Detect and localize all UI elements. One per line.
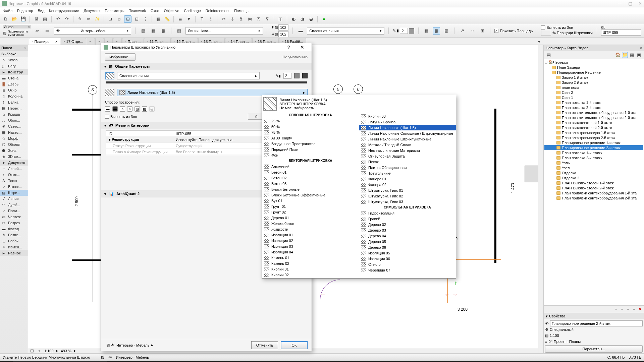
method-opt1[interactable]: ▬ (105, 106, 110, 112)
hatch-option[interactable]: Передний План (262, 146, 359, 152)
dlg-pen-swatch1[interactable] (294, 73, 300, 78)
hatch-option[interactable]: AT30_empty (262, 135, 359, 141)
infobox-close-icon[interactable]: × (28, 25, 30, 28)
hatch-option[interactable]: Бут 01 (262, 198, 359, 203)
pen-input[interactable] (400, 28, 408, 34)
dlg-pen-swatch2[interactable] (302, 73, 308, 78)
tree-item[interactable]: Планировочное Решение (544, 70, 643, 75)
hatch-option[interactable]: Дерево 01 (262, 215, 359, 221)
more-group[interactable]: ▸Разное (0, 250, 28, 256)
hatch-option[interactable]: Железобетон (262, 221, 359, 226)
linetype-btn[interactable]: ▬ (297, 27, 304, 35)
hatch-option[interactable]: Камень 02 (262, 260, 359, 266)
tree-btn2[interactable]: ▫ (619, 307, 625, 312)
nav-view-button[interactable]: 📁 (622, 52, 628, 58)
vertical-scrollbar[interactable] (538, 45, 543, 353)
tool-item[interactable]: ↕Отме... (0, 172, 28, 178)
tree-item[interactable]: Планировочное решение 2-й этаж (544, 145, 643, 150)
tool-item[interactable]: ⬢Зона (0, 147, 28, 154)
hatch-option[interactable]: Бетон 02 (262, 175, 359, 181)
fill-swatch-button[interactable]: ▨ (175, 27, 183, 35)
tree-item[interactable]: Отделка 2 (544, 175, 643, 180)
tree-delete-button[interactable]: ✕ (637, 307, 643, 312)
orient2-button[interactable]: ↔ (469, 27, 476, 35)
marquee-tool[interactable]: ⬚Бегу... (0, 63, 28, 69)
line-swatch[interactable] (105, 72, 114, 79)
hatch-option[interactable]: Огнеупорная Защита (359, 153, 456, 159)
menu-cadimage[interactable]: Cadimage (184, 9, 201, 13)
document-tab[interactable]: ▫Планиро...× (29, 38, 60, 45)
document-tab[interactable]: ▫17 Отде... (61, 38, 86, 45)
ok-button[interactable]: ОК (281, 341, 308, 349)
tree-item[interactable]: План осветительного оборудования 2-й эта (544, 115, 643, 120)
dim2-input[interactable] (278, 31, 288, 37)
general-params-header[interactable]: ▾▨Общие Параметры (101, 63, 312, 70)
tree-item[interactable]: План выключателей 2-й этаж (544, 125, 643, 130)
trim4-button[interactable]: ⋈ (246, 15, 254, 23)
tree-item[interactable]: Планировочное решение 1-й этаж (544, 140, 643, 145)
redo-button[interactable]: ↷ (63, 15, 70, 23)
hatch-option[interactable]: Бетон 03 (262, 181, 359, 186)
trim5-button[interactable]: ⊼ (255, 15, 262, 23)
hatch-option[interactable]: Жидкости (262, 226, 359, 232)
hatch-option[interactable]: Плитка Облицовочная (359, 165, 456, 170)
hatch-option[interactable]: Кирпич 03 (359, 113, 456, 119)
tree-item[interactable]: План электровыводов 2-й этаж (544, 135, 643, 140)
pick-button[interactable]: ✎ (76, 15, 84, 23)
hatch-option[interactable]: Кирпич 02 (262, 272, 359, 278)
hatch-option[interactable]: Грунт 01 (262, 203, 359, 209)
nav-pub-button[interactable]: ▣ (636, 52, 642, 58)
hatch-option[interactable]: Гравий (359, 216, 456, 222)
nav-mode1-button[interactable]: ▤ (546, 52, 552, 58)
nav-proj-button[interactable]: 🏠 (615, 52, 621, 58)
method-opt4[interactable]: ○ (127, 106, 132, 112)
hatch-option[interactable]: Дерево 02 (359, 222, 456, 227)
tool-item[interactable]: ⫿Балка (0, 99, 28, 105)
plot-button[interactable]: ▤ (41, 15, 49, 23)
hatch-option[interactable]: Дерево 03 (359, 227, 456, 233)
text-button[interactable]: T (198, 15, 206, 23)
tool-item[interactable]: ▦Навес... (0, 129, 28, 135)
tree-item[interactable]: План привязки сантехоборудования 2-й эта (544, 195, 643, 200)
print-button[interactable]: 🖶 (33, 15, 40, 23)
hatch-pattern-flyout[interactable]: Линии Наклонные (Шаг 1.5) ВЕКТОРНАЯ ШТРИ… (262, 95, 456, 279)
tool-item[interactable]: ✂Разрез (0, 220, 28, 226)
hatch-option[interactable]: Кирпич 01 (262, 266, 359, 272)
hatch-option[interactable]: Треугольники (359, 170, 456, 176)
panel-close-icon[interactable]: × (24, 46, 26, 50)
tool-item[interactable]: ☀Свето... (0, 123, 28, 129)
tool-item[interactable]: ⊞Окно (0, 87, 28, 93)
pat2-button[interactable]: ▩ (433, 27, 440, 35)
tree-item[interactable]: Свет 2 (544, 90, 643, 95)
line-type-dropdown[interactable]: Сплошная линия▸ (117, 72, 260, 79)
open-button[interactable]: 📂 (11, 15, 18, 23)
tool-item[interactable]: ▬Фасад (0, 226, 28, 232)
show-area-checkbox[interactable]: ✓Показать Площадь (494, 29, 533, 33)
trim1-button[interactable]: ✂ (220, 15, 227, 23)
tree-item[interactable]: План Замера (544, 65, 643, 70)
hatch-option[interactable]: Алюминий (262, 164, 359, 169)
geom2-button[interactable]: ▭ (44, 27, 51, 35)
snap3-button[interactable]: ⊞ (124, 15, 131, 23)
tool-item[interactable]: ⊡Рабоч... (0, 238, 28, 244)
konstru-group[interactable]: ▸Констру (0, 69, 28, 75)
trim3-button[interactable]: ⊻ (237, 15, 245, 23)
new-button[interactable]: 🗋 (2, 15, 9, 23)
tree-item[interactable]: План выключателей 1-й этаж (544, 120, 643, 125)
render2-button[interactable]: ◑ (299, 15, 306, 23)
navigator-tree[interactable]: ⊟ 🏠 ЧертежиПлан ЗамераПланировочное Реше… (544, 59, 644, 305)
tree-btn1[interactable]: ▫ (613, 307, 619, 312)
tool-item[interactable]: ◈3D-се... (0, 154, 28, 160)
menu-файл[interactable]: Файл (3, 9, 12, 13)
layer-button[interactable]: ≣ (176, 15, 184, 23)
tree-root[interactable]: ⊟ 🏠 Чертежи (544, 60, 643, 65)
tool-item[interactable]: ◠Дуга/... (0, 202, 28, 208)
tool-item[interactable]: ⬡Объект (0, 141, 28, 147)
hatch-option[interactable]: Гидроизоляция (359, 210, 456, 216)
hatch-option[interactable]: Линии Наклонные Сплошные / Штрихпунктирн… (359, 130, 456, 136)
orient3-button[interactable]: ⊞ (479, 27, 486, 35)
status-layer[interactable]: Интерьер - Мебель (116, 355, 149, 359)
tree-btn4[interactable]: ▫ (631, 307, 637, 312)
tool-item[interactable]: ↗Вынос... (0, 184, 28, 190)
menu-окно[interactable]: Окно (151, 9, 159, 13)
